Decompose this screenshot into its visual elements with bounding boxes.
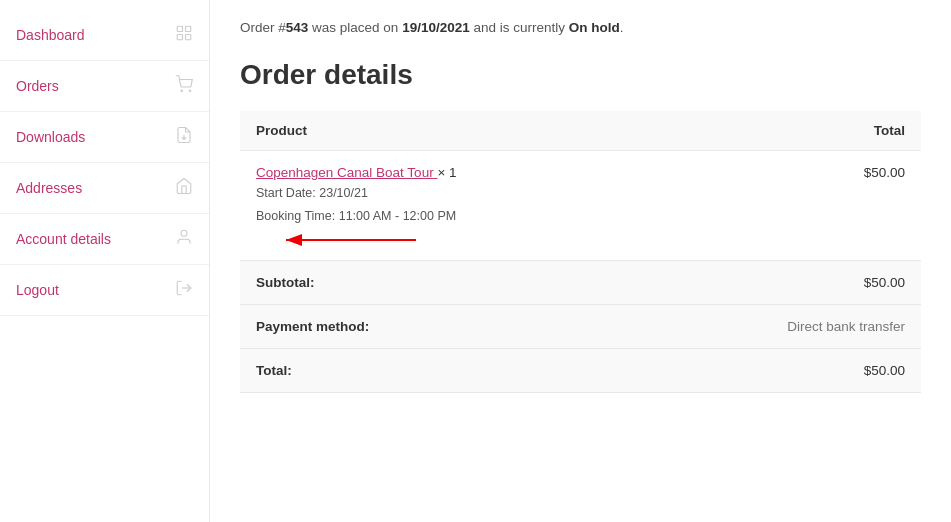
- svg-rect-2: [177, 35, 182, 40]
- sidebar-item-logout[interactable]: Logout: [0, 265, 209, 316]
- downloads-icon: [175, 126, 193, 148]
- order-date: 19/10/2021: [402, 20, 470, 35]
- sidebar-label: Dashboard: [16, 27, 85, 43]
- svg-point-5: [189, 90, 191, 92]
- svg-rect-0: [177, 26, 182, 31]
- subtotal-row: Subtotal: $50.00: [240, 261, 921, 305]
- total-row: Total: $50.00: [240, 349, 921, 393]
- svg-rect-3: [186, 35, 191, 40]
- total-label: Total:: [240, 349, 654, 393]
- total-value: $50.00: [654, 349, 921, 393]
- booking-time-label: Booking Time:: [256, 209, 335, 223]
- logout-icon: [175, 279, 193, 301]
- product-total-cell: $50.00: [654, 151, 921, 261]
- order-notice: Order #543 was placed on 19/10/2021 and …: [240, 20, 921, 41]
- product-cell: Copenhagen Canal Boat Tour × 1 Start Dat…: [240, 151, 654, 261]
- account-icon: [175, 228, 193, 250]
- addresses-icon: [175, 177, 193, 199]
- order-status: On hold: [569, 20, 620, 35]
- red-arrow: [276, 226, 436, 254]
- start-date-label: Start Date:: [256, 186, 316, 200]
- total-column-header: Total: [654, 111, 921, 151]
- page-title: Order details: [240, 59, 921, 91]
- product-link[interactable]: Copenhagen Canal Boat Tour: [256, 165, 437, 180]
- product-name: Copenhagen Canal Boat Tour: [256, 165, 434, 180]
- subtotal-label: Subtotal:: [240, 261, 654, 305]
- payment-method-label: Payment method:: [240, 305, 654, 349]
- main-content: Order #543 was placed on 19/10/2021 and …: [210, 0, 951, 522]
- product-meta: Start Date: 23/10/21: [256, 183, 638, 203]
- sidebar-item-addresses[interactable]: Addresses: [0, 163, 209, 214]
- booking-time-value: 11:00 AM - 12:00 PM: [339, 209, 456, 223]
- sidebar-label: Orders: [16, 78, 59, 94]
- product-column-header: Product: [240, 111, 654, 151]
- quantity-text: × 1: [437, 165, 456, 180]
- subtotal-value: $50.00: [654, 261, 921, 305]
- dashboard-icon: [175, 24, 193, 46]
- sidebar-label: Account details: [16, 231, 111, 247]
- payment-method-value: Direct bank transfer: [654, 305, 921, 349]
- sidebar-label: Downloads: [16, 129, 85, 145]
- orders-icon: [175, 75, 193, 97]
- table-header-row: Product Total: [240, 111, 921, 151]
- sidebar-item-downloads[interactable]: Downloads: [0, 112, 209, 163]
- sidebar-label: Addresses: [16, 180, 82, 196]
- sidebar: Dashboard Orders Downloads Addresses Acc…: [0, 0, 210, 522]
- product-row: Copenhagen Canal Boat Tour × 1 Start Dat…: [240, 151, 921, 261]
- sidebar-item-orders[interactable]: Orders: [0, 61, 209, 112]
- payment-method-row: Payment method: Direct bank transfer: [240, 305, 921, 349]
- start-date-value: 23/10/21: [319, 186, 368, 200]
- order-period: .: [620, 20, 624, 35]
- sidebar-label: Logout: [16, 282, 59, 298]
- order-suffix-text: and is currently: [470, 20, 569, 35]
- order-table: Product Total Copenhagen Canal Boat Tour…: [240, 111, 921, 393]
- svg-point-4: [181, 90, 183, 92]
- booking-time-row: Booking Time: 11:00 AM - 12:00 PM: [256, 206, 638, 226]
- svg-point-7: [181, 230, 187, 236]
- sidebar-item-dashboard[interactable]: Dashboard: [0, 10, 209, 61]
- order-number: 543: [286, 20, 309, 35]
- order-mid-text: was placed on: [308, 20, 402, 35]
- svg-rect-1: [186, 26, 191, 31]
- annotation-container: [256, 226, 638, 246]
- sidebar-item-account-details[interactable]: Account details: [0, 214, 209, 265]
